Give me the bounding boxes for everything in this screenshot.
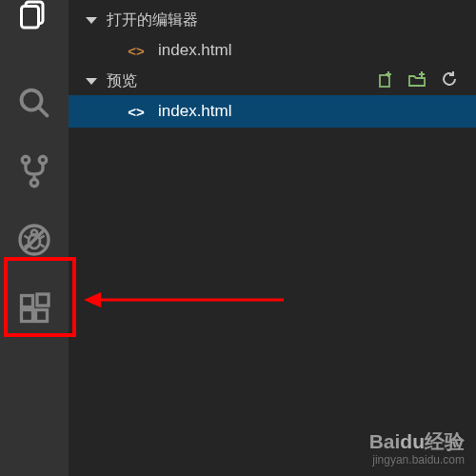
- svg-rect-15: [22, 296, 33, 307]
- section-open-editors[interactable]: 打开的编辑器: [69, 6, 476, 34]
- activity-explorer[interactable]: [0, 2, 69, 70]
- explorer-sidebar: 打开的编辑器 <> index.html 预览 <> index.html: [69, 0, 476, 476]
- new-folder-icon[interactable]: [407, 69, 426, 92]
- refresh-icon[interactable]: [440, 69, 459, 92]
- svg-point-4: [22, 156, 30, 164]
- files-icon: [17, 0, 51, 34]
- html-file-icon: <>: [126, 101, 147, 122]
- html-file-icon: <>: [126, 40, 147, 61]
- svg-line-3: [39, 108, 48, 116]
- section-title: 打开的编辑器: [107, 10, 198, 30]
- svg-rect-16: [22, 310, 33, 322]
- open-editor-item[interactable]: <> index.html: [69, 34, 476, 67]
- svg-rect-17: [36, 310, 48, 322]
- svg-rect-1: [22, 7, 39, 29]
- activity-bar: [0, 0, 69, 476]
- activity-source-control[interactable]: [0, 139, 69, 208]
- preview-file-item[interactable]: <> index.html: [69, 95, 476, 128]
- watermark: Baidu经验 jingyan.baidu.com: [369, 428, 465, 466]
- section-preview[interactable]: 预览: [69, 67, 476, 95]
- search-icon: [17, 86, 51, 124]
- activity-extensions[interactable]: [0, 276, 69, 345]
- svg-line-11: [40, 236, 45, 239]
- svg-point-5: [39, 156, 47, 164]
- svg-rect-18: [37, 294, 49, 306]
- svg-line-14: [25, 230, 45, 250]
- extensions-icon: [17, 291, 51, 329]
- file-name: index.html: [158, 41, 231, 60]
- chevron-down-icon: [86, 17, 97, 24]
- svg-line-13: [40, 245, 45, 248]
- file-name: index.html: [158, 102, 231, 121]
- chevron-down-icon: [86, 78, 97, 85]
- svg-point-9: [31, 230, 37, 236]
- svg-line-10: [25, 236, 30, 239]
- bug-slash-icon: [17, 223, 51, 261]
- new-file-icon[interactable]: [375, 69, 394, 92]
- svg-point-6: [30, 179, 38, 187]
- section-title: 预览: [107, 71, 137, 91]
- section-actions: [375, 67, 459, 95]
- activity-search[interactable]: [0, 70, 69, 139]
- git-branch-icon: [17, 154, 51, 192]
- activity-debug[interactable]: [0, 208, 69, 276]
